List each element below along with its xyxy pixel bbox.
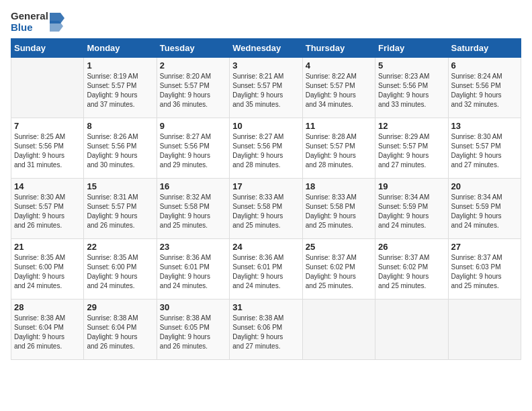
calendar-cell: 26Sunrise: 8:37 AM Sunset: 6:02 PM Dayli… (375, 239, 448, 300)
weekday-header-friday: Friday (375, 39, 448, 58)
day-number: 3 (232, 60, 299, 71)
calendar-cell: 15Sunrise: 8:31 AM Sunset: 5:57 PM Dayli… (84, 179, 157, 239)
day-info: Sunrise: 8:30 AM Sunset: 5:57 PM Dayligh… (14, 193, 81, 230)
day-number: 20 (451, 181, 518, 191)
day-info: Sunrise: 8:33 AM Sunset: 5:58 PM Dayligh… (306, 193, 372, 230)
calendar-cell: 3Sunrise: 8:21 AM Sunset: 5:57 PM Daylig… (230, 58, 302, 118)
calendar-cell (375, 300, 448, 360)
day-info: Sunrise: 8:24 AM Sunset: 5:56 PM Dayligh… (451, 72, 518, 109)
header: General Blue (11, 11, 521, 33)
day-number: 7 (14, 121, 81, 131)
logo-general: General (11, 11, 48, 22)
calendar-week-4: 21Sunrise: 8:35 AM Sunset: 6:00 PM Dayli… (11, 239, 521, 300)
weekday-header-tuesday: Tuesday (157, 39, 229, 58)
day-number: 27 (451, 242, 518, 252)
day-info: Sunrise: 8:35 AM Sunset: 6:00 PM Dayligh… (87, 253, 153, 291)
day-number: 16 (160, 181, 226, 191)
calendar-cell: 13Sunrise: 8:30 AM Sunset: 5:57 PM Dayli… (448, 118, 521, 179)
day-number: 2 (160, 60, 226, 71)
weekday-header-monday: Monday (84, 39, 157, 58)
day-number: 24 (232, 242, 299, 252)
day-info: Sunrise: 8:31 AM Sunset: 5:57 PM Dayligh… (87, 193, 153, 230)
logo: General Blue (11, 11, 64, 33)
day-number: 25 (306, 242, 372, 252)
day-number: 31 (232, 302, 299, 312)
calendar-cell: 6Sunrise: 8:24 AM Sunset: 5:56 PM Daylig… (448, 58, 521, 118)
day-number: 11 (306, 121, 372, 131)
day-number: 1 (87, 60, 153, 71)
day-info: Sunrise: 8:19 AM Sunset: 5:57 PM Dayligh… (87, 72, 153, 109)
day-number: 23 (160, 242, 226, 252)
calendar-cell: 30Sunrise: 8:38 AM Sunset: 6:05 PM Dayli… (157, 300, 229, 360)
logo-blue: Blue (11, 22, 33, 34)
calendar-cell: 22Sunrise: 8:35 AM Sunset: 6:00 PM Dayli… (84, 239, 157, 300)
calendar-cell: 28Sunrise: 8:38 AM Sunset: 6:04 PM Dayli… (11, 300, 84, 360)
day-number: 12 (378, 121, 445, 131)
calendar-cell: 10Sunrise: 8:27 AM Sunset: 5:56 PM Dayli… (230, 118, 302, 179)
calendar-cell (448, 300, 521, 360)
day-number: 22 (87, 242, 153, 252)
day-number: 14 (14, 181, 81, 191)
calendar-week-3: 14Sunrise: 8:30 AM Sunset: 5:57 PM Dayli… (11, 179, 521, 239)
day-info: Sunrise: 8:25 AM Sunset: 5:56 PM Dayligh… (14, 132, 81, 170)
calendar-cell: 2Sunrise: 8:20 AM Sunset: 5:57 PM Daylig… (157, 58, 229, 118)
day-info: Sunrise: 8:37 AM Sunset: 6:02 PM Dayligh… (306, 253, 372, 291)
day-number: 9 (160, 121, 226, 131)
day-info: Sunrise: 8:38 AM Sunset: 6:05 PM Dayligh… (160, 314, 226, 351)
calendar-cell: 27Sunrise: 8:37 AM Sunset: 6:03 PM Dayli… (448, 239, 521, 300)
weekday-header-row: SundayMondayTuesdayWednesdayThursdayFrid… (11, 39, 521, 58)
calendar-cell: 16Sunrise: 8:32 AM Sunset: 5:58 PM Dayli… (157, 179, 229, 239)
calendar-cell: 12Sunrise: 8:29 AM Sunset: 5:57 PM Dayli… (375, 118, 448, 179)
day-number: 26 (378, 242, 445, 252)
day-info: Sunrise: 8:28 AM Sunset: 5:57 PM Dayligh… (306, 132, 372, 170)
calendar-cell: 14Sunrise: 8:30 AM Sunset: 5:57 PM Dayli… (11, 179, 84, 239)
day-info: Sunrise: 8:21 AM Sunset: 5:57 PM Dayligh… (232, 72, 299, 109)
day-info: Sunrise: 8:36 AM Sunset: 6:01 PM Dayligh… (160, 253, 226, 291)
calendar-week-1: 1Sunrise: 8:19 AM Sunset: 5:57 PM Daylig… (11, 58, 521, 118)
day-number: 5 (378, 60, 445, 71)
day-info: Sunrise: 8:36 AM Sunset: 6:01 PM Dayligh… (232, 253, 299, 291)
calendar-cell: 18Sunrise: 8:33 AM Sunset: 5:58 PM Dayli… (302, 179, 375, 239)
day-info: Sunrise: 8:38 AM Sunset: 6:04 PM Dayligh… (14, 314, 81, 351)
calendar-container: General Blue SundayMondayTuesdayWednesda… (11, 11, 521, 360)
calendar-cell: 19Sunrise: 8:34 AM Sunset: 5:59 PM Dayli… (375, 179, 448, 239)
day-number: 13 (451, 121, 518, 131)
day-number: 8 (87, 121, 153, 131)
calendar-cell: 20Sunrise: 8:34 AM Sunset: 5:59 PM Dayli… (448, 179, 521, 239)
calendar-cell: 21Sunrise: 8:35 AM Sunset: 6:00 PM Dayli… (11, 239, 84, 300)
calendar-cell: 4Sunrise: 8:22 AM Sunset: 5:57 PM Daylig… (302, 58, 375, 118)
weekday-header-saturday: Saturday (448, 39, 521, 58)
day-info: Sunrise: 8:30 AM Sunset: 5:57 PM Dayligh… (451, 132, 518, 170)
day-info: Sunrise: 8:35 AM Sunset: 6:00 PM Dayligh… (14, 253, 81, 291)
day-number: 29 (87, 302, 153, 312)
calendar-cell: 17Sunrise: 8:33 AM Sunset: 5:58 PM Dayli… (230, 179, 302, 239)
day-number: 19 (378, 181, 445, 191)
calendar-week-2: 7Sunrise: 8:25 AM Sunset: 5:56 PM Daylig… (11, 118, 521, 179)
calendar-cell: 1Sunrise: 8:19 AM Sunset: 5:57 PM Daylig… (84, 58, 157, 118)
day-number: 6 (451, 60, 518, 71)
calendar-cell: 24Sunrise: 8:36 AM Sunset: 6:01 PM Dayli… (230, 239, 302, 300)
day-number: 17 (232, 181, 299, 191)
calendar-cell: 7Sunrise: 8:25 AM Sunset: 5:56 PM Daylig… (11, 118, 84, 179)
calendar-cell: 11Sunrise: 8:28 AM Sunset: 5:57 PM Dayli… (302, 118, 375, 179)
calendar-cell: 25Sunrise: 8:37 AM Sunset: 6:02 PM Dayli… (302, 239, 375, 300)
day-info: Sunrise: 8:20 AM Sunset: 5:57 PM Dayligh… (160, 72, 226, 109)
day-number: 28 (14, 302, 81, 312)
calendar-cell: 29Sunrise: 8:38 AM Sunset: 6:04 PM Dayli… (84, 300, 157, 360)
day-info: Sunrise: 8:34 AM Sunset: 5:59 PM Dayligh… (451, 193, 518, 230)
day-info: Sunrise: 8:37 AM Sunset: 6:02 PM Dayligh… (378, 253, 445, 291)
logo-arrow-icon (50, 13, 64, 32)
day-info: Sunrise: 8:27 AM Sunset: 5:56 PM Dayligh… (160, 132, 226, 170)
calendar-week-5: 28Sunrise: 8:38 AM Sunset: 6:04 PM Dayli… (11, 300, 521, 360)
day-info: Sunrise: 8:33 AM Sunset: 5:58 PM Dayligh… (232, 193, 299, 230)
day-number: 21 (14, 242, 81, 252)
day-info: Sunrise: 8:23 AM Sunset: 5:56 PM Dayligh… (378, 72, 445, 109)
day-number: 10 (232, 121, 299, 131)
calendar-table: SundayMondayTuesdayWednesdayThursdayFrid… (11, 38, 521, 360)
calendar-cell: 5Sunrise: 8:23 AM Sunset: 5:56 PM Daylig… (375, 58, 448, 118)
weekday-header-sunday: Sunday (11, 39, 84, 58)
day-number: 4 (306, 60, 372, 71)
weekday-header-wednesday: Wednesday (230, 39, 302, 58)
day-info: Sunrise: 8:38 AM Sunset: 6:04 PM Dayligh… (87, 314, 153, 351)
day-info: Sunrise: 8:37 AM Sunset: 6:03 PM Dayligh… (451, 253, 518, 291)
